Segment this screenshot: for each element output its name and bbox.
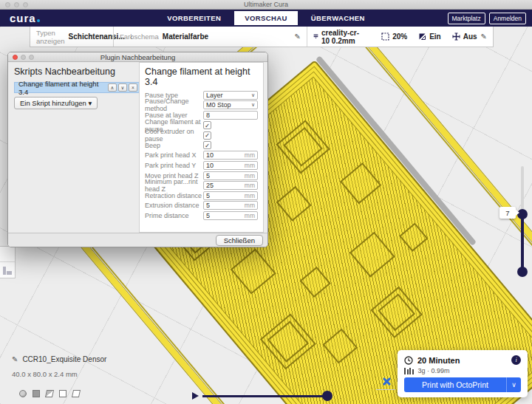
setting-row: Prime distance5mm [145, 210, 258, 221]
print-settings-summary[interactable]: creality-cr-10 0.2mm 20% Ein [307, 27, 493, 47]
printer-profile-label: creality-cr-10 0.2mm [321, 29, 366, 45]
model-info: ✎ CCR10_Exquisite Densor 40.0 x 80.0 x 2… [12, 355, 106, 378]
marketplace-button[interactable]: Marktplatz [448, 13, 485, 24]
printer-nozzle-icon [313, 32, 318, 41]
app-window: 7 ✎ CCR10_Exquisite Densor 40.0 x 80.0 x… [0, 0, 532, 404]
setting-input[interactable]: 5mm [203, 201, 258, 210]
setting-select[interactable]: M0 Stop∨ [203, 100, 258, 109]
dialog-footer: Schließen [8, 233, 267, 247]
setting-select[interactable]: Layer∨ [203, 91, 258, 100]
infill-pattern-square [260, 313, 316, 369]
script-settings-panel: Change filament at height 3.4 Pause type… [139, 62, 264, 233]
toolbar-divider [0, 261, 15, 262]
dialog-settings-rows: Pause typeLayer∨Pause/Change methodM0 St… [145, 90, 258, 221]
infill-pattern-square [349, 232, 395, 278]
view-front-icon[interactable] [33, 390, 40, 397]
simulation-scrubber-handle[interactable] [322, 391, 332, 401]
camera-view-buttons [19, 390, 80, 397]
setting-input[interactable]: 10mm [203, 151, 258, 160]
setting-input[interactable]: 5mm [203, 211, 258, 220]
color-scheme-value: Materialfarbe [163, 32, 208, 41]
clock-icon [404, 356, 413, 365]
setting-row: Pause/Change methodM0 Stop∨ [145, 100, 258, 111]
play-simulation-icon[interactable] [192, 392, 199, 400]
layer-slider-track-lower[interactable] [521, 214, 524, 272]
unit-label: mm [245, 162, 255, 169]
setting-label: Cool extruder on pause [145, 128, 203, 143]
setting-input[interactable]: 10mm [203, 161, 258, 170]
setting-label: Minimum par...rint head Z [145, 178, 203, 193]
view-right-icon[interactable] [72, 390, 81, 397]
setting-checkbox[interactable]: ✓ [203, 131, 211, 140]
infill-pattern-square [370, 287, 422, 338]
material-usage-label: 3g · 0.99m [418, 367, 450, 374]
move-script-down-button[interactable]: ∨ [118, 83, 127, 92]
script-settings-heading: Change filament at height 3.4 [145, 66, 258, 87]
setting-label: Park print head X [145, 151, 203, 159]
unit-label: mm [245, 202, 255, 209]
view-3d-icon[interactable] [19, 390, 27, 397]
unit-label: mm [245, 172, 255, 179]
scripts-list-panel: Skripts Nachbearbeitung Change filament … [14, 66, 140, 109]
setting-label: Extrusion distance [145, 202, 203, 209]
unit-label: mm [245, 182, 255, 189]
tab-ueberwachen[interactable]: ÜBERWACHEN [301, 11, 375, 25]
view-top-icon[interactable] [45, 390, 54, 397]
window-titlebar: Ultimaker Cura [0, 0, 532, 10]
setting-row: Extrusion distance5mm [145, 201, 258, 211]
unit-label: mm [245, 212, 255, 219]
per-model-settings-icon[interactable] [3, 267, 12, 275]
edit-settings-icon[interactable]: ✎ [481, 32, 487, 41]
add-script-button[interactable]: Ein Skript hinzufügen ▾ [14, 97, 98, 109]
signin-button[interactable]: Anmelden [489, 13, 526, 24]
print-time-label: 20 Minuten [417, 356, 460, 365]
print-summary-card: 20 Minuten i 3g · 0.99m Print with OctoP… [398, 350, 528, 397]
script-list-item[interactable]: Change filament at height 3.4 ∧ ∨ × [14, 82, 140, 93]
setting-row: Retraction distance5mm [145, 191, 258, 201]
unit-label: mm [245, 192, 255, 199]
layer-slider-track-upper[interactable] [521, 166, 524, 214]
simulation-scrubber-track[interactable] [202, 395, 323, 397]
view-left-icon[interactable] [59, 390, 66, 397]
tab-vorbereiten[interactable]: VORBEREITEN [157, 11, 231, 25]
infill-pattern-square [300, 267, 331, 298]
tab-vorschau[interactable]: VORSCHAU [234, 11, 298, 25]
setting-input[interactable]: 8 [203, 111, 258, 120]
adhesion-icon [452, 32, 460, 41]
infill-pattern-square [322, 329, 358, 364]
edit-icon[interactable]: ✎ [295, 32, 301, 41]
unit-label: mm [245, 151, 255, 159]
adhesion-state-label: Aus [463, 32, 477, 41]
color-scheme-selector[interactable]: Farbschema Materialfarbe ✎ [113, 27, 307, 47]
print-options-chevron-icon[interactable]: ∨ [506, 377, 521, 392]
postprocessing-dialog: Plugin Nachbearbeitung Skripts Nachbearb… [7, 52, 268, 247]
model-name-label: CCR10_Exquisite Densor [22, 355, 106, 363]
close-dialog-button[interactable]: Schließen [216, 235, 263, 246]
move-script-up-button[interactable]: ∧ [108, 83, 117, 92]
setting-label: Beep [145, 142, 203, 149]
setting-checkbox[interactable]: ✓ [203, 121, 211, 129]
remove-script-button[interactable]: × [129, 83, 137, 92]
infill-pattern-square [231, 249, 276, 295]
infill-pattern-square [276, 186, 312, 222]
chevron-down-icon: ∨ [251, 102, 255, 108]
window-title: Ultimaker Cura [0, 1, 532, 8]
info-icon[interactable]: i [511, 355, 521, 365]
setting-input[interactable]: 5mm [203, 171, 258, 180]
setting-input[interactable]: 25mm [203, 181, 258, 190]
dialog-titlebar[interactable]: Plugin Nachbearbeitung [8, 52, 267, 62]
layer-number: 7 [505, 209, 509, 217]
layer-slider-handle-bottom[interactable] [517, 267, 528, 277]
preview-stage-toolbar: Typen anzeigen Schichtenansi... ‹ Farbsc… [30, 27, 494, 47]
view-type-selector[interactable]: Typen anzeigen Schichtenansi... ‹ [30, 27, 113, 47]
rename-model-icon[interactable]: ✎ [12, 355, 18, 363]
setting-label: Park print head Y [145, 162, 203, 169]
main-header: cura VORBEREITEN VORSCHAU ÜBERWACHEN Mar… [0, 10, 532, 27]
setting-input[interactable]: 5mm [203, 191, 258, 200]
setting-label: Prime distance [145, 212, 203, 219]
dialog-title: Plugin Nachbearbeitung [8, 53, 267, 61]
octoprint-tools-icon[interactable] [381, 376, 392, 388]
setting-checkbox[interactable]: ✓ [203, 141, 211, 149]
filament-usage-icon [404, 368, 414, 374]
print-with-octoprint-button[interactable]: Print with OctoPrint ∨ [404, 377, 521, 392]
